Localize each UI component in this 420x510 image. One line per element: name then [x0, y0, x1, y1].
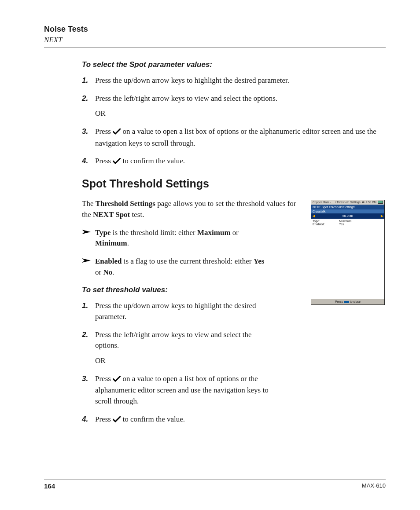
checkmark-icon — [113, 415, 121, 426]
step-number: 2. — [82, 93, 95, 119]
ss-breadcrumb: Copper Main \ … \ Threshold Settings — [313, 201, 361, 204]
footer-rule — [44, 479, 386, 480]
step-text: Press the up/down arrow keys to highligh… — [95, 301, 271, 322]
ss-row: Type: Minimum — [313, 220, 383, 223]
model-number: MAX-610 — [362, 482, 386, 490]
ss-key-icon — [344, 301, 349, 303]
or-label: OR — [95, 108, 386, 119]
screenshot-figure: Copper Main \ … \ Threshold Settings ⇄ 4… — [311, 200, 386, 305]
bullet-item: Type is the threshold limit: either Maxi… — [82, 227, 303, 249]
step-number: 4. — [82, 414, 95, 426]
checkmark-icon — [113, 374, 121, 385]
step-text: Press on a value to open a list box of o… — [95, 374, 271, 407]
ss-row: Enabled: Yes — [313, 223, 383, 226]
ss-body: Type: Minimum Enabled: Yes — [311, 219, 384, 299]
page-number: 164 — [44, 482, 55, 490]
step-text: Press to confirm the value. — [95, 414, 271, 426]
step: 3. Press on a value to open a list box o… — [82, 126, 386, 149]
checkmark-icon — [113, 157, 121, 168]
step-number: 1. — [82, 301, 95, 322]
step-text: Press the left/right arrow keys to view … — [95, 93, 386, 119]
checkmark-icon — [113, 127, 121, 138]
arrow-bullet-icon — [82, 227, 95, 249]
ss-subtitle: Crosstalk: — [311, 209, 384, 213]
content-body: To select the Spot parameter values: 1. … — [44, 60, 386, 426]
header-title: Noise Tests — [44, 25, 386, 34]
section-heading: Spot Threshold Settings — [82, 177, 386, 190]
ss-footer: Press to close — [311, 299, 384, 305]
page-header: Noise Tests NEXT — [44, 25, 386, 48]
header-subtitle: NEXT — [44, 36, 386, 44]
step-number: 1. — [82, 75, 95, 86]
device-screenshot: Copper Main \ … \ Threshold Settings ⇄ 4… — [311, 200, 385, 305]
ss-time: 4:59 PM — [366, 201, 376, 204]
page-footer: 164 MAX-610 — [44, 479, 386, 490]
step-text: Press the up/down arrow keys to highligh… — [95, 75, 386, 86]
ss-battery-icon — [378, 201, 383, 204]
ss-sync-icon: ⇄ — [362, 201, 365, 204]
ss-left-arrow-icon: ◀ — [313, 214, 315, 218]
step: 1. Press the up/down arrow keys to highl… — [82, 301, 303, 322]
header-rule — [44, 47, 386, 48]
procedure-heading-1: To select the Spot parameter values: — [82, 60, 386, 69]
or-label: OR — [95, 356, 271, 367]
step-number: 3. — [82, 126, 95, 149]
procedure-steps-1: 1. Press the up/down arrow keys to highl… — [82, 75, 386, 168]
ss-right-arrow-icon: ▶ — [381, 214, 383, 218]
ss-value: 60.0 dB — [343, 214, 353, 217]
step: 4. Press to confirm the value. — [82, 156, 386, 168]
step: 1. Press the up/down arrow keys to highl… — [82, 75, 386, 86]
step-number: 4. — [82, 156, 95, 168]
ss-value-bar: ◀ 60.0 dB ▶ — [311, 213, 384, 219]
step: 3. Press on a value to open a list box o… — [82, 374, 386, 407]
step-number: 3. — [82, 374, 95, 407]
step: 2. Press the left/right arrow keys to vi… — [82, 330, 386, 367]
ss-topbar: Copper Main \ … \ Threshold Settings ⇄ 4… — [311, 200, 384, 205]
step: 4. Press to confirm the value. — [82, 414, 386, 426]
procedure-steps-2: 1. Press the up/down arrow keys to highl… — [82, 301, 386, 426]
step-number: 2. — [82, 330, 95, 367]
step-text: Press to confirm the value. — [95, 156, 386, 168]
arrow-bullet-icon — [82, 256, 95, 278]
step-text: Press the left/right arrow keys to view … — [95, 330, 271, 367]
step: 2. Press the left/right arrow keys to vi… — [82, 93, 386, 119]
bullet-item: Enabled is a flag to use the current thr… — [82, 256, 303, 278]
ss-title: NEXT Spot Threshold Settings: — [311, 205, 384, 209]
step-text: Press on a value to open a list box of o… — [95, 126, 386, 149]
